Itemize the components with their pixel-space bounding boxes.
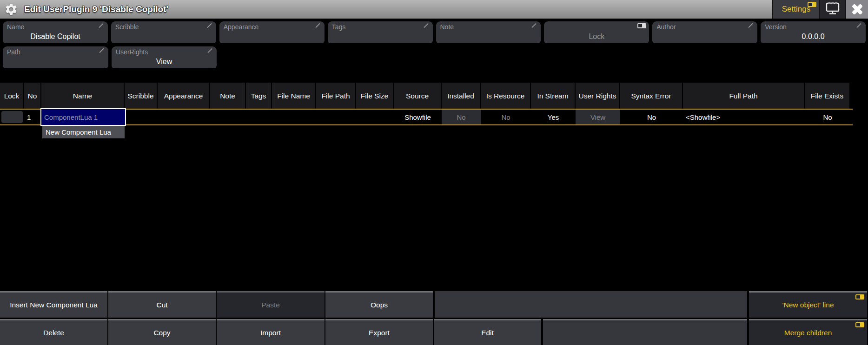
- field-version[interactable]: Version0.0.0.0: [761, 21, 866, 43]
- name-suggestion-dropdown[interactable]: New Component Lua: [42, 126, 125, 138]
- column-header-label: Appearance: [164, 92, 203, 100]
- action-cut[interactable]: Cut: [108, 291, 216, 318]
- action-import[interactable]: Import: [217, 319, 325, 345]
- action-label: Import: [260, 329, 281, 337]
- column-header-label: Note: [220, 92, 235, 100]
- field-author[interactable]: Author: [652, 21, 757, 43]
- cell-value: No: [457, 113, 465, 121]
- column-header-label: No: [28, 92, 37, 100]
- pencil-icon: [532, 23, 537, 28]
- column-header-no[interactable]: No: [24, 83, 41, 109]
- column-header-is-resource[interactable]: Is Resource: [481, 83, 531, 109]
- column-header-file-path[interactable]: File Path: [316, 83, 356, 109]
- action-label: Merge children: [784, 329, 832, 337]
- field-appearance[interactable]: Appearance: [219, 21, 325, 43]
- action-label: Cut: [156, 301, 167, 309]
- action-label: Delete: [43, 329, 64, 337]
- close-button[interactable]: [845, 0, 868, 19]
- cell-value: No: [501, 113, 510, 121]
- cell-value: Yes: [548, 113, 559, 121]
- field-value: View: [112, 58, 217, 66]
- cell-user-rights: View: [576, 110, 620, 124]
- cell-file-size[interactable]: [356, 110, 394, 124]
- column-header-label: File Exists: [811, 92, 844, 100]
- column-header-label: File Name: [277, 92, 310, 100]
- column-header-syntax-error[interactable]: Syntax Error: [620, 83, 683, 109]
- column-header-source[interactable]: Source: [394, 83, 442, 109]
- column-header-label: Scribble: [128, 92, 154, 100]
- field-label: Tags: [332, 23, 346, 31]
- cell-full-path[interactable]: <Showfile>: [683, 110, 805, 124]
- column-header-label: Lock: [4, 92, 20, 100]
- column-header-lock[interactable]: Lock: [0, 83, 24, 109]
- name-edit-input[interactable]: ComponentLua 1: [40, 108, 126, 126]
- action-delete[interactable]: Delete: [0, 319, 107, 345]
- column-header-note[interactable]: Note: [210, 83, 246, 109]
- settings-button[interactable]: Settings: [772, 0, 819, 19]
- cell-appearance[interactable]: [158, 110, 210, 124]
- field-tags[interactable]: Tags: [328, 21, 433, 43]
- cell-tags[interactable]: [246, 110, 272, 124]
- field-label: Author: [656, 23, 676, 31]
- column-header-label: Is Resource: [486, 92, 525, 100]
- field-scribble[interactable]: Scribble: [111, 21, 216, 43]
- cell-name[interactable]: ComponentLua 1: [41, 110, 125, 124]
- action-oops[interactable]: Oops: [325, 291, 433, 318]
- column-header-file-name[interactable]: File Name: [272, 83, 316, 109]
- cell-no[interactable]: 1: [24, 110, 41, 124]
- toggle-icon: [855, 294, 864, 299]
- field-value: 0.0.0.0: [761, 33, 866, 41]
- action-export[interactable]: Export: [325, 319, 433, 345]
- field-name[interactable]: NameDisable Copilot: [3, 21, 108, 43]
- column-header-scribble[interactable]: Scribble: [125, 83, 158, 109]
- cell-source[interactable]: Showfile: [394, 110, 442, 124]
- field-note[interactable]: Note: [436, 21, 541, 43]
- pencil-icon: [99, 48, 104, 53]
- column-header-file-exists[interactable]: File Exists: [805, 83, 850, 109]
- column-header-label: User Rights: [579, 92, 616, 100]
- column-header-file-size[interactable]: File Size: [356, 83, 394, 109]
- column-header-tags[interactable]: Tags: [246, 83, 272, 109]
- action-label: Edit: [481, 329, 494, 337]
- field-label: Name: [7, 23, 24, 31]
- cell-file-exists[interactable]: No: [805, 110, 850, 124]
- cell-scribble[interactable]: [125, 110, 158, 124]
- column-header-appearance[interactable]: Appearance: [158, 83, 210, 109]
- column-header-user-rights[interactable]: User Rights: [576, 83, 620, 109]
- action-bar-row1: Insert New Component LuaCutPasteOops'New…: [0, 291, 868, 318]
- field-path[interactable]: Path: [3, 46, 108, 68]
- cell-lock[interactable]: [0, 110, 24, 124]
- cell-note[interactable]: [210, 110, 246, 124]
- close-icon: [851, 3, 864, 16]
- cell-file-name[interactable]: [272, 110, 316, 124]
- name-edit-value: ComponentLua 1: [44, 113, 98, 121]
- column-header-installed[interactable]: Installed: [442, 83, 481, 109]
- action-insert-new-component-lua[interactable]: Insert New Component Lua: [0, 291, 107, 318]
- cell-is-resource[interactable]: No: [481, 110, 531, 124]
- pencil-icon: [424, 23, 429, 28]
- edit-userplugin-window: Edit UserPlugin 9 'Disable Copilot' Sett…: [0, 0, 868, 345]
- column-header-full-path[interactable]: Full Path: [683, 83, 805, 109]
- column-header-label: Source: [406, 92, 429, 100]
- field-lock[interactable]: Lock: [544, 21, 649, 43]
- column-header-name[interactable]: Name: [41, 83, 125, 109]
- field-userrights[interactable]: UserRightsView: [112, 46, 217, 68]
- column-header-label: Installed: [447, 92, 474, 100]
- cell-file-path[interactable]: [316, 110, 356, 124]
- action-copy[interactable]: Copy: [108, 319, 216, 345]
- cell-in-stream[interactable]: Yes: [531, 110, 576, 124]
- action-new-object-line[interactable]: 'New object' line: [749, 291, 867, 318]
- action-label: Insert New Component Lua: [10, 301, 98, 309]
- column-header-label: Syntax Error: [631, 92, 671, 100]
- action-paste: Paste: [217, 291, 325, 318]
- action-edit[interactable]: Edit: [434, 319, 541, 345]
- cell-syntax-error[interactable]: No: [620, 110, 683, 124]
- field-label: Note: [440, 23, 454, 31]
- cell-no-value: 1: [27, 113, 31, 121]
- monitor-button[interactable]: [819, 0, 845, 19]
- cell-value: View: [590, 113, 605, 121]
- action-bar-row2: DeleteCopyImportExportEditMerge children: [0, 319, 868, 345]
- action-merge-children[interactable]: Merge children: [749, 319, 867, 345]
- column-header-in-stream[interactable]: In Stream: [531, 83, 576, 109]
- lock-toggle-icon: [637, 23, 646, 28]
